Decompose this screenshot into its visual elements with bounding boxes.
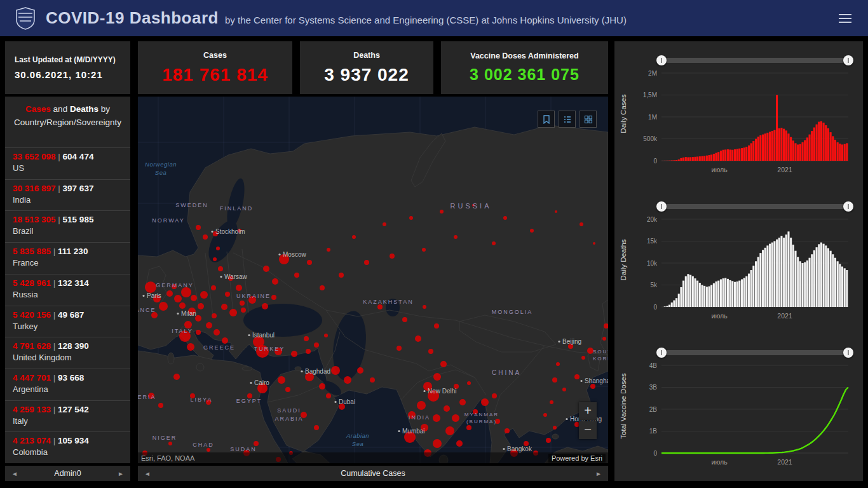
slider-handle-right[interactable] xyxy=(843,348,853,358)
country-cases: 5 835 885 xyxy=(13,247,51,256)
zoom-out-button[interactable]: − xyxy=(579,421,597,439)
slider-track[interactable] xyxy=(661,204,848,209)
svg-text:Beijing: Beijing xyxy=(562,338,581,345)
country-name: Brazil xyxy=(13,226,123,236)
svg-text:FRANCE: FRANCE xyxy=(138,307,156,313)
country-name: Italy xyxy=(13,416,123,426)
vaccine-doses-panel: Vaccine Doses Administered 3 002 361 075 xyxy=(441,41,608,94)
svg-text:Baghdad: Baghdad xyxy=(305,368,330,375)
country-row[interactable]: 30 316 897 | 397 637 India xyxy=(5,179,130,211)
slider-handle-right[interactable] xyxy=(843,201,853,212)
country-name: Argentina xyxy=(13,384,123,394)
slider-handle-left[interactable] xyxy=(656,55,667,65)
last-updated-panel: Last Updated at (M/D/YYYY) 30.06.2021, 1… xyxy=(5,41,130,94)
slider-track[interactable] xyxy=(661,58,848,63)
country-cases: 30 316 897 xyxy=(13,184,56,193)
slider-track[interactable] xyxy=(661,350,848,355)
svg-text:500k: 500k xyxy=(643,135,658,142)
svg-text:Sea: Sea xyxy=(352,440,363,447)
svg-text:ITALY: ITALY xyxy=(172,328,193,334)
map-mode-next-icon[interactable]: ► xyxy=(595,470,602,477)
country-list: 33 652 098 | 604 474 US 30 316 897 | 397… xyxy=(5,147,130,463)
svg-text:0: 0 xyxy=(653,304,657,311)
country-row[interactable]: 18 513 305 | 515 985 Brazil xyxy=(5,210,130,242)
vaccine-doses-plot: 01B2B3B4Bиюль2021 xyxy=(632,360,858,476)
country-deaths: 111 230 xyxy=(58,247,88,256)
pager-next-icon[interactable]: ► xyxy=(118,470,124,477)
country-deaths: 132 314 xyxy=(58,278,89,288)
country-deaths: 105 934 xyxy=(58,436,89,445)
country-list-panel: Cases and Deaths by Country/Region/Sover… xyxy=(5,97,130,463)
y-axis-title: Daily Deaths xyxy=(614,215,632,304)
svg-text:июль: июль xyxy=(712,458,728,466)
daily-deaths-chart: Daily Deaths 05k10k15k20kиюль2021 xyxy=(614,187,863,334)
daily-cases-plot: 0500k1M1,5M2Mиюль2021 xyxy=(632,68,858,184)
svg-text:TURKEY: TURKEY xyxy=(254,346,285,352)
svg-text:июль: июль xyxy=(712,312,728,320)
svg-text:CHAD: CHAD xyxy=(193,442,214,448)
country-cases: 5 420 156 xyxy=(13,310,51,320)
svg-text:Sea: Sea xyxy=(155,169,166,176)
slider-handle-left[interactable] xyxy=(656,348,667,358)
deaths-label: Deaths xyxy=(353,51,380,60)
country-row[interactable]: 5 420 156 | 49 687 Turkey xyxy=(5,306,130,337)
country-name: United Kingdom xyxy=(13,353,123,362)
country-row[interactable]: 5 835 885 | 111 230 France xyxy=(5,242,130,274)
bookmark-icon[interactable] xyxy=(538,111,555,128)
menu-icon[interactable] xyxy=(839,14,851,23)
svg-text:Norwegian: Norwegian xyxy=(145,161,177,168)
svg-text:Milan: Milan xyxy=(181,310,196,317)
svg-text:INDIA: INDIA xyxy=(409,414,430,421)
svg-text:Mumbai: Mumbai xyxy=(402,428,425,435)
country-cases: 5 428 961 xyxy=(13,278,51,288)
country-row[interactable]: 4 791 628 | 128 390 United Kingdom xyxy=(5,337,130,369)
country-row[interactable]: 5 428 961 | 132 314 Russia xyxy=(5,274,130,306)
svg-text:RUSSIA: RUSSIA xyxy=(451,202,492,210)
sidebar-pager: ◄ Admin0 ► xyxy=(5,466,130,481)
svg-text:Bangkok: Bangkok xyxy=(507,445,532,452)
cases-label: Cases xyxy=(203,51,227,60)
svg-text:2021: 2021 xyxy=(777,312,792,320)
daily-cases-time-slider[interactable] xyxy=(661,55,848,65)
basemap-icon[interactable] xyxy=(580,111,597,128)
page-title: COVID-19 Dashboard xyxy=(46,8,219,28)
charts-panel: Daily Cases 0500k1M1,5M2Mиюль2021 Daily … xyxy=(614,41,863,481)
svg-text:MONGOLIA: MONGOLIA xyxy=(492,309,533,315)
svg-text:Istanbul: Istanbul xyxy=(252,332,275,339)
daily-deaths-time-slider[interactable] xyxy=(661,201,848,212)
country-deaths: 515 985 xyxy=(63,215,94,224)
map-mode-prev-icon[interactable]: ◄ xyxy=(144,470,151,477)
country-cases: 18 513 305 xyxy=(13,215,56,224)
svg-text:Dubai: Dubai xyxy=(339,398,355,405)
svg-text:KOREA: KOREA xyxy=(593,356,608,362)
slider-handle-right[interactable] xyxy=(843,55,853,65)
app-header: COVID-19 Dashboard by the Center for Sys… xyxy=(0,0,868,36)
y-axis-title: Total Vaccine Doses xyxy=(614,362,632,451)
svg-text:Cairo: Cairo xyxy=(254,379,269,386)
country-row[interactable]: 4 213 074 | 105 934 Colombia xyxy=(5,431,130,463)
country-row[interactable]: 4 259 133 | 127 542 Italy xyxy=(5,400,130,432)
country-name: India xyxy=(13,195,123,205)
map-bottom-bar: ◄ Cumulative Cases ► xyxy=(138,466,608,481)
esri-attribution[interactable]: Powered by Esri xyxy=(548,454,606,463)
vaccine-doses-chart: Total Vaccine Doses 01B2B3B4Bиюль2021 xyxy=(614,334,863,480)
world-map[interactable]: NorwegianSeaSWEDENFINLANDNORWAYStockholm… xyxy=(138,97,608,463)
country-deaths: 49 687 xyxy=(58,310,84,320)
legend-icon[interactable] xyxy=(559,111,576,128)
last-updated-value: 30.06.2021, 10:21 xyxy=(15,69,103,80)
zoom-in-button[interactable]: + xyxy=(579,402,597,420)
pager-prev-icon[interactable]: ◄ xyxy=(11,470,18,477)
country-name: US xyxy=(13,163,123,173)
svg-text:CHINA: CHINA xyxy=(492,369,521,376)
svg-text:2021: 2021 xyxy=(777,458,792,466)
slider-handle-left[interactable] xyxy=(656,201,667,212)
title-group: COVID-19 Dashboard by the Center for Sys… xyxy=(46,8,627,28)
country-name: Colombia xyxy=(13,447,123,457)
svg-text:0: 0 xyxy=(653,158,657,165)
country-row[interactable]: 4 447 701 | 93 668 Argentina xyxy=(5,369,130,400)
country-row[interactable]: 33 652 098 | 604 474 US xyxy=(5,147,130,179)
vaccine-doses-time-slider[interactable] xyxy=(661,348,848,358)
country-list-title: Cases and Deaths by Country/Region/Sover… xyxy=(5,97,130,147)
country-deaths: 604 474 xyxy=(63,152,94,161)
svg-text:Paris: Paris xyxy=(147,292,161,299)
